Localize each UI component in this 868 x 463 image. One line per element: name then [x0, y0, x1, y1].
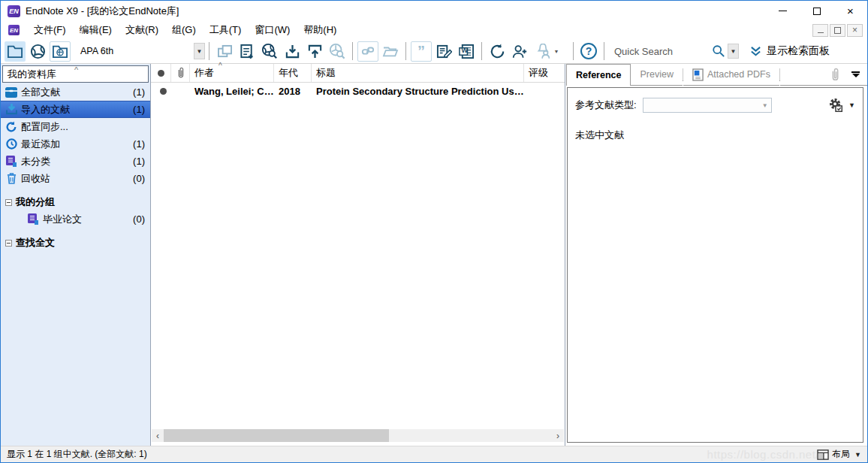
watermark-text: https://blog.csdn.net/: [707, 448, 819, 461]
quick-search-input[interactable]: [614, 46, 710, 57]
menu-groups[interactable]: 组(G): [165, 21, 203, 39]
collapse-box-icon[interactable]: [5, 240, 12, 247]
tabbar-right: [780, 64, 867, 86]
column-rating[interactable]: 评级: [524, 64, 565, 82]
insert-citation-button[interactable]: ”: [411, 41, 432, 62]
search-options-dropdown[interactable]: ▼: [728, 44, 739, 59]
panel-menu-icon[interactable]: [851, 71, 860, 77]
sidebar-item-configure-sync[interactable]: 配置同步...: [1, 118, 150, 135]
sidebar-item-all-references[interactable]: 全部文献 (1): [1, 83, 150, 101]
globe-icon: [30, 44, 46, 59]
layout-button[interactable]: 布局 ▼: [817, 448, 861, 461]
share-library-button[interactable]: [509, 41, 530, 62]
scroll-right-icon[interactable]: ›: [552, 429, 564, 442]
my-groups-header[interactable]: 我的分组: [1, 194, 150, 210]
double-chevron-down-icon: [749, 46, 762, 57]
document-logo-icon: EN: [8, 25, 20, 35]
close-button[interactable]: ×: [833, 1, 867, 21]
toolbar-separator: [405, 42, 406, 60]
sidebar-item-thesis-group[interactable]: 毕业论文 (0): [1, 210, 150, 228]
collapse-icon[interactable]: ^: [74, 65, 78, 74]
menu-window[interactable]: 窗口(W): [248, 21, 297, 39]
find-full-text-button[interactable]: [327, 41, 348, 62]
column-attachment[interactable]: [171, 64, 190, 82]
edit-citations-button[interactable]: [433, 41, 454, 62]
column-year[interactable]: 年代: [274, 64, 312, 82]
reference-type-select[interactable]: ▼: [643, 98, 772, 113]
horizontal-scrollbar[interactable]: ‹ ›: [152, 429, 564, 442]
reference-type-label: 参考文献类型:: [575, 98, 637, 112]
sort-ascending-icon: ^: [219, 62, 222, 70]
copy-icon: [217, 44, 233, 59]
menu-help[interactable]: 帮助(H): [297, 21, 343, 39]
field-options-button[interactable]: ▼: [827, 97, 855, 113]
layout-icon: [817, 449, 829, 460]
find-full-text-header[interactable]: 查找全文: [1, 235, 150, 251]
copy-to-local-library-button[interactable]: [214, 41, 235, 62]
open-folder-icon: [382, 44, 399, 58]
person-add-icon: [511, 44, 528, 59]
tab-preview[interactable]: Preview: [631, 64, 682, 86]
quote-icon: ”: [417, 47, 425, 55]
child-minimize-button[interactable]: [812, 24, 828, 37]
online-search-mode-button[interactable]: [27, 41, 48, 62]
scrollbar-track[interactable]: [164, 429, 552, 442]
local-library-mode-button[interactable]: [5, 41, 26, 62]
tab-reference[interactable]: Reference: [566, 64, 631, 86]
minimize-button[interactable]: [766, 1, 800, 21]
scroll-left-icon[interactable]: ‹: [152, 429, 164, 442]
format-word-button[interactable]: W: [456, 41, 477, 62]
activity-feed-button[interactable]: ▼: [532, 41, 562, 62]
scrollbar-thumb[interactable]: [164, 429, 389, 442]
help-button[interactable]: ?: [578, 41, 599, 62]
library-header[interactable]: 我的资料库 ^: [2, 65, 149, 83]
title-bar: EN EndNote X9 - [我的论文EndNote库] ×: [1, 1, 867, 21]
online-search-button[interactable]: [259, 41, 280, 62]
show-search-panel-button[interactable]: 显示检索面板: [749, 44, 830, 58]
no-selection-message: 未选中文献: [575, 129, 855, 142]
sidebar-item-trash[interactable]: 回收站 (0): [1, 170, 150, 187]
minimize-icon: [779, 11, 787, 11]
tab-attached-pdfs[interactable]: Attached PDFs: [683, 64, 779, 86]
import-icon: [285, 44, 300, 59]
tab-preview-label: Preview: [640, 69, 673, 80]
integrated-library-mode-button[interactable]: [50, 41, 71, 62]
chevron-down-icon[interactable]: ▼: [194, 43, 205, 59]
menu-references[interactable]: 文献(R): [119, 21, 165, 39]
menu-edit[interactable]: 编辑(E): [73, 21, 119, 39]
column-title-label: 标题: [316, 66, 336, 80]
sidebar-item-recently-added[interactable]: 最近添加 (1): [1, 135, 150, 153]
open-file-button[interactable]: [380, 41, 401, 62]
output-style-value: APA 6th: [76, 46, 194, 56]
chevron-down-icon: ▼: [762, 102, 768, 109]
reference-row[interactable]: Wang, Leilei; Ch... 2018 Protein Seconda…: [151, 83, 565, 100]
export-button[interactable]: [304, 41, 325, 62]
sync-library-button[interactable]: [487, 41, 508, 62]
collapse-box-icon[interactable]: [5, 199, 12, 206]
pdf-document-icon: [692, 68, 704, 81]
sidebar-item-count: (1): [133, 104, 145, 115]
sidebar-item-unfiled[interactable]: 未分类 (1): [1, 153, 150, 170]
import-button[interactable]: [282, 41, 303, 62]
attach-file-button[interactable]: [357, 41, 378, 62]
column-read-status[interactable]: [151, 64, 171, 82]
search-icon[interactable]: [712, 44, 725, 58]
reference-list-pane: 作者 ^ 年代 标题 评级 Wang, Leilei; Ch... 2018 P…: [151, 64, 565, 446]
sidebar-item-imported-references[interactable]: 导入的文献 (1): [1, 101, 150, 118]
column-title[interactable]: 标题: [312, 64, 524, 82]
child-restore-icon: [834, 27, 841, 34]
new-reference-button[interactable]: [237, 41, 258, 62]
child-restore-button[interactable]: [830, 24, 845, 37]
output-style-select[interactable]: APA 6th ▼: [76, 41, 205, 61]
child-close-button[interactable]: ×: [847, 24, 863, 37]
menu-file[interactable]: 文件(F): [27, 21, 73, 39]
maximize-button[interactable]: [800, 1, 833, 21]
read-status-icon: [158, 70, 164, 77]
show-search-panel-label: 显示检索面板: [767, 44, 830, 58]
chevron-down-icon: ▼: [854, 451, 861, 458]
help-icon: ?: [580, 43, 597, 59]
menu-tools[interactable]: 工具(T): [203, 21, 249, 39]
folder-icon: [7, 44, 23, 59]
groups-sidebar: 我的资料库 ^ 全部文献 (1) 导入的文献 (1) 配置同步...: [1, 64, 151, 446]
column-author[interactable]: 作者 ^: [190, 64, 274, 82]
